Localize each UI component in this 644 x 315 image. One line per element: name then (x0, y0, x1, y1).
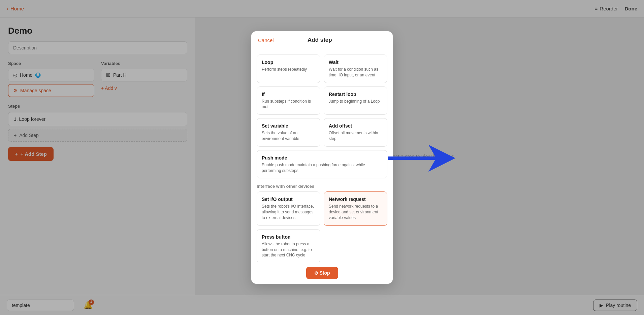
step-card-if[interactable]: If Run substeps if condition is met (257, 86, 320, 115)
svg-marker-0 (388, 145, 455, 172)
interface-devices-grid: Set I/O output Sets the robot's I/O inte… (257, 191, 387, 262)
step-card-restart-loop[interactable]: Restart loop Jump to beginning of a Loop (324, 86, 387, 115)
add-step-modal: Cancel Add step Loop Perform steps repea… (251, 31, 393, 284)
step-card-loop[interactable]: Loop Perform steps repeatedly (257, 55, 320, 83)
step-card-set-io[interactable]: Set I/O output Sets the robot's I/O inte… (257, 191, 320, 225)
step-card-press-button[interactable]: Press button Allows the robot to press a… (257, 229, 320, 262)
modal-footer: ⊘ Stop (251, 262, 393, 284)
modal-cancel-btn[interactable]: Cancel (258, 37, 274, 43)
step-card-add-offset[interactable]: Add offset Offset all movements within s… (324, 118, 387, 147)
main-steps-grid: Loop Perform steps repeatedly Wait Wait … (257, 55, 387, 178)
step-card-set-variable[interactable]: Set variable Sets the value of an enviro… (257, 118, 320, 147)
step-card-push-mode[interactable]: Push mode Enable push mode maintain a pu… (257, 150, 387, 179)
step-card-network-request[interactable]: Network request Send network requests to… (324, 191, 387, 225)
modal-title: Add step (308, 37, 332, 43)
modal-header: Cancel Add step (251, 31, 393, 49)
interface-devices-header: Interface with other devices (257, 184, 387, 189)
step-card-wait[interactable]: Wait Wait for a condition such as time, … (324, 55, 387, 83)
arrow-annotation (388, 145, 455, 173)
estop-btn[interactable]: ⊘ Stop (306, 267, 338, 279)
modal-body: Loop Perform steps repeatedly Wait Wait … (251, 49, 393, 262)
modal-overlay[interactable]: Cancel Add step Loop Perform steps repea… (0, 0, 644, 315)
